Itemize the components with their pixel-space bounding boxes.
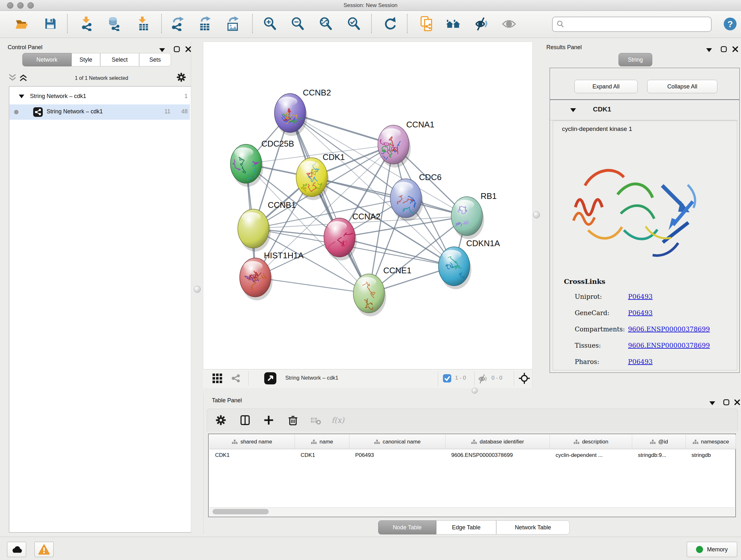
export-table-button[interactable] <box>195 15 213 33</box>
network-row-selected[interactable]: String Network – cdk1 11 48 <box>10 105 190 120</box>
help-button[interactable]: ? <box>723 17 737 31</box>
tab-sets[interactable]: Sets <box>139 53 171 66</box>
table-cell[interactable]: CDK1 <box>209 449 295 462</box>
tree-expander-icon[interactable] <box>18 94 24 99</box>
zoom-in-button[interactable] <box>261 15 279 33</box>
show-columns-button[interactable] <box>238 413 253 428</box>
cloud-icon <box>10 544 23 555</box>
import-table-file-button[interactable] <box>134 15 151 33</box>
collapse-all-button[interactable]: Collapse All <box>647 80 718 93</box>
network-edge-CCNB2-CCNE1[interactable] <box>290 113 369 294</box>
import-network-icon <box>79 16 94 31</box>
memory-button[interactable]: Memory <box>687 542 737 557</box>
import-network-database-button[interactable] <box>105 15 123 33</box>
delete-column-button[interactable] <box>285 413 300 428</box>
control-panel-float-icon[interactable] <box>174 46 180 52</box>
open-session-button[interactable] <box>13 15 30 33</box>
table-panel-menu-icon[interactable] <box>709 401 716 406</box>
column-header-3[interactable]: database identifier <box>446 435 550 449</box>
hidden-eye-slash-icon[interactable] <box>477 374 488 384</box>
tab-node-table[interactable]: Node Table <box>378 520 436 535</box>
protein-header-row[interactable]: CDK1 <box>550 100 738 120</box>
table-cell[interactable]: CDK1 <box>295 449 349 462</box>
import-network-file-button[interactable] <box>78 15 96 33</box>
network-collection-row[interactable]: String Network – cdk1 1 <box>10 89 190 105</box>
show-all-button[interactable] <box>500 15 518 33</box>
results-panel-float-icon[interactable] <box>721 46 727 52</box>
import-table-icon <box>135 16 150 31</box>
toolbar-separator <box>407 14 408 33</box>
protein-name: CDK1 <box>593 105 611 113</box>
control-panel-close-icon[interactable] <box>185 46 192 52</box>
apply-layout-button[interactable] <box>381 15 399 33</box>
table-options-button[interactable] <box>213 413 228 428</box>
tab-network-table[interactable]: Network Table <box>496 520 569 535</box>
results-panel-close-icon[interactable] <box>732 46 738 52</box>
zoom-out-button[interactable] <box>288 15 307 33</box>
table-cell[interactable]: P06493 <box>349 449 446 462</box>
tab-edge-table[interactable]: Edge Table <box>436 520 496 535</box>
column-header-6[interactable]: namespace <box>686 435 736 449</box>
protein-expander-icon[interactable] <box>570 108 576 112</box>
crosslink-link[interactable]: 9606.ENSP00000378699 <box>628 341 710 349</box>
network-canvas[interactable]: CCNB2CCNA1CDC25BCDK1CDC6RB1CCNB1CCNA2CDK… <box>203 42 533 369</box>
column-header-5[interactable]: @id <box>632 435 686 449</box>
table-cell[interactable]: cyclin-dependent ... <box>550 449 632 462</box>
zoom-fit-button[interactable] <box>317 15 334 33</box>
memory-label: Memory <box>707 546 728 553</box>
crosslink-link[interactable]: P06493 <box>628 293 653 300</box>
table-panel-float-icon[interactable] <box>723 399 730 406</box>
table-cell[interactable]: 9606.ENSP00000378699 <box>446 449 550 462</box>
tab-network[interactable]: Network <box>22 53 71 66</box>
node-label-CCNA2: CCNA2 <box>352 212 381 221</box>
zoom-selected-button[interactable] <box>345 15 362 33</box>
table-hscrollbar[interactable] <box>209 507 735 516</box>
starter-panel-button[interactable] <box>444 15 462 33</box>
export-image-button[interactable] <box>223 15 241 33</box>
tab-style[interactable]: Style <box>71 53 100 66</box>
table-hscrollbar-thumb[interactable] <box>212 509 269 514</box>
fit-selected-crosshair-icon[interactable] <box>518 372 531 385</box>
tab-string[interactable]: String <box>618 53 652 66</box>
table-cell[interactable]: stringdb:9... <box>632 449 686 462</box>
crosslink-link[interactable]: P06493 <box>628 358 653 366</box>
cloud-status-button[interactable] <box>7 542 26 557</box>
bottom-splitter-handle[interactable] <box>472 388 478 394</box>
crosslink-link[interactable]: P06493 <box>628 309 653 317</box>
column-header-2[interactable]: canonical name <box>349 435 446 449</box>
results-panel-menu-icon[interactable] <box>706 48 712 52</box>
grid-view-icon[interactable] <box>212 374 222 383</box>
add-column-button[interactable] <box>261 413 276 428</box>
crosslink-label: Uniprot: <box>575 293 602 300</box>
warnings-button[interactable] <box>35 542 54 557</box>
tab-select[interactable]: Select <box>100 53 139 66</box>
hide-selected-button[interactable] <box>472 15 490 33</box>
birdseye-view-icon[interactable] <box>264 372 276 384</box>
control-panel-menu-icon[interactable] <box>159 48 165 52</box>
toolbar-separator <box>252 14 253 33</box>
column-header-0[interactable]: shared name <box>209 435 295 449</box>
right-splitter-handle[interactable] <box>533 211 540 219</box>
table-cell[interactable]: stringdb <box>686 449 736 462</box>
crosslink-link[interactable]: 9606.ENSP00000378699 <box>628 325 710 333</box>
delete-table-icon <box>310 414 322 427</box>
function-builder-button[interactable]: f(x) <box>331 413 346 428</box>
delete-table-button[interactable] <box>308 413 324 428</box>
network-edge-CDK1-RB1[interactable] <box>312 177 467 216</box>
left-splitter-handle[interactable] <box>194 286 201 293</box>
expand-all-button[interactable]: Expand All <box>575 80 637 93</box>
export-network-button[interactable] <box>168 15 186 33</box>
table-panel-close-icon[interactable] <box>734 399 740 406</box>
column-header-1[interactable]: name <box>295 435 349 449</box>
table-row[interactable]: CDK1CDK1P064939606.ENSP00000378699cyclin… <box>209 449 736 462</box>
table-panel-title: Table Panel <box>212 397 242 404</box>
clone-network-button[interactable] <box>418 15 435 33</box>
node-label-RB1: RB1 <box>481 191 497 201</box>
share-view-icon[interactable] <box>230 373 241 384</box>
save-session-button[interactable] <box>42 15 59 33</box>
selected-checkbox-icon[interactable] <box>443 374 451 382</box>
column-header-4[interactable]: description <box>550 435 632 449</box>
search-input[interactable] <box>567 18 709 30</box>
column-type-icon <box>374 439 380 444</box>
network-options-gear-icon[interactable] <box>176 71 187 83</box>
